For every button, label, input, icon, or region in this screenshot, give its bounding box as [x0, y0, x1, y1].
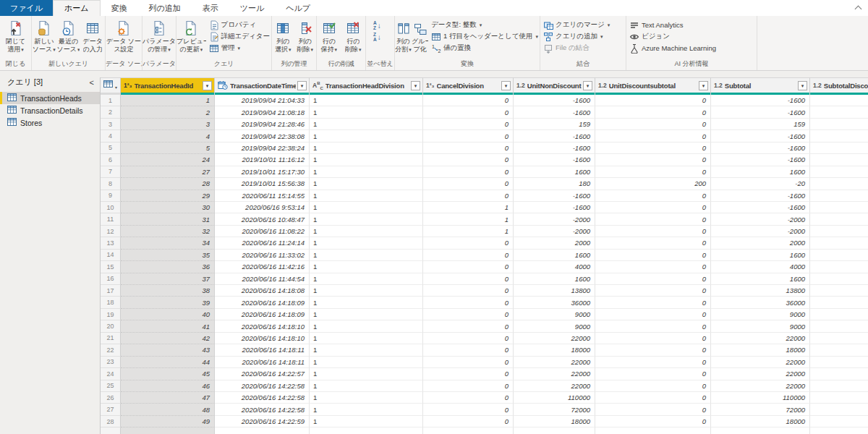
- cell-TransactionHeadId[interactable]: 37: [121, 273, 215, 285]
- cell-UnitNonDiscountsubtotal[interactable]: 22000: [514, 357, 595, 368]
- sidebar-item-TransactionHeads[interactable]: TransactionHeads: [0, 92, 100, 104]
- cell-TransactionDateTime[interactable]: 2020/06/16 14:18:11: [215, 357, 310, 368]
- cell-SubtotalDiscount[interactable]: [810, 237, 868, 249]
- cell-UnitDiscountsubtotal[interactable]: 0: [595, 237, 711, 249]
- cell-SubtotalDiscount[interactable]: [810, 427, 868, 434]
- cell-CancelDivision[interactable]: 0: [423, 320, 514, 332]
- cell-SubtotalDiscount[interactable]: [810, 95, 868, 106]
- ribbon-tab-t6[interactable]: ヘルプ: [275, 0, 321, 16]
- cell-Subtotal[interactable]: [711, 427, 810, 434]
- cell-SubtotalDiscount[interactable]: [810, 178, 868, 190]
- cell-UnitDiscountsubtotal[interactable]: 0: [595, 285, 711, 297]
- cell-Subtotal[interactable]: 1600: [711, 273, 810, 285]
- sidebar-item-TransactionDetails[interactable]: TransactionDetails: [0, 104, 100, 116]
- column-header-CancelDivision[interactable]: 1²₃CancelDivision▾: [423, 77, 514, 95]
- cell-TransactionDateTime[interactable]: 2020/06/16 11:24:14: [215, 237, 310, 249]
- row-number[interactable]: 8: [101, 178, 121, 190]
- filter-dropdown-button[interactable]: ▾: [798, 81, 807, 90]
- cell-CancelDivision[interactable]: [423, 427, 514, 434]
- cell-TransactionHeadId[interactable]: 47: [121, 392, 215, 404]
- cell-UnitDiscountsubtotal[interactable]: 0: [595, 166, 711, 178]
- cell-UnitNonDiscountsubtotal[interactable]: 1600: [514, 250, 595, 261]
- sidebar-item-Stores[interactable]: Stores: [0, 116, 100, 129]
- filter-dropdown-button[interactable]: ▾: [297, 81, 307, 90]
- cell-CancelDivision[interactable]: 0: [423, 416, 514, 427]
- ribbon-tab-file[interactable]: ファイル: [0, 0, 53, 16]
- filter-dropdown-button[interactable]: ▾: [501, 81, 511, 90]
- cell-CancelDivision[interactable]: 0: [423, 261, 514, 273]
- cell-TransactionHeadId[interactable]: 29: [121, 190, 215, 202]
- cell-TransactionDateTime[interactable]: 2019/10/01 15:56:38: [215, 178, 310, 190]
- ribbon-button-manage[interactable]: 管理▾: [209, 43, 270, 53]
- ribbon-button-append-queries[interactable]: クエリの追加▾: [543, 32, 610, 41]
- cell-TransactionHeadId[interactable]: 41: [121, 320, 215, 332]
- cell-Subtotal[interactable]: -1600: [711, 190, 810, 202]
- cell-Subtotal[interactable]: -20: [711, 178, 810, 190]
- row-number[interactable]: 9: [101, 190, 121, 202]
- cell-TransactionDateTime[interactable]: 2020/06/16 14:18:09: [215, 297, 310, 308]
- cell-UnitNonDiscountsubtotal[interactable]: 1600: [514, 166, 595, 178]
- cell-TransactionHeadDivision[interactable]: 1: [310, 344, 423, 356]
- cell-TransactionDateTime[interactable]: 2020/06/16 14:18:08: [215, 285, 310, 297]
- cell-Subtotal[interactable]: 9000: [711, 309, 810, 320]
- cell-SubtotalDiscount[interactable]: [810, 213, 868, 225]
- ribbon-button-choose-columns[interactable]: 列の選択▾: [272, 17, 294, 54]
- row-number[interactable]: 11: [101, 213, 121, 225]
- cell-UnitNonDiscountsubtotal[interactable]: -1600: [514, 202, 595, 213]
- row-number[interactable]: 15: [101, 261, 121, 273]
- ribbon-button-keep-rows[interactable]: 行の保持▾: [317, 17, 341, 54]
- cell-UnitNonDiscountsubtotal[interactable]: 22000: [514, 333, 595, 344]
- cell-CancelDivision[interactable]: 0: [423, 297, 514, 308]
- cell-SubtotalDiscount[interactable]: [810, 285, 868, 297]
- cell-UnitDiscountsubtotal[interactable]: 0: [595, 344, 711, 356]
- cell-UnitDiscountsubtotal[interactable]: 0: [595, 190, 711, 202]
- cell-SubtotalDiscount[interactable]: [810, 106, 868, 118]
- cell-TransactionDateTime[interactable]: 2020/06/16 11:42:16: [215, 261, 310, 273]
- cell-TransactionHeadDivision[interactable]: 1: [310, 202, 423, 213]
- cell-UnitNonDiscountsubtotal[interactable]: 9000: [514, 309, 595, 320]
- ribbon-tab-t4[interactable]: 表示: [192, 0, 229, 16]
- ribbon-button-remove-rows[interactable]: 行の削除▾: [341, 17, 366, 54]
- cell-TransactionHeadId[interactable]: 1: [121, 95, 215, 106]
- cell-TransactionHeadDivision[interactable]: 1: [310, 106, 423, 118]
- cell-UnitNonDiscountsubtotal[interactable]: -2000: [514, 226, 595, 237]
- cell-TransactionDateTime[interactable]: 2020/06/16 14:22:58: [215, 392, 310, 404]
- row-number[interactable]: 24: [101, 368, 121, 380]
- cell-UnitDiscountsubtotal[interactable]: 0: [595, 202, 711, 213]
- column-header-TransactionDateTime[interactable]: TransactionDateTime▾: [215, 77, 310, 95]
- cell-UnitDiscountsubtotal[interactable]: 0: [595, 380, 711, 392]
- row-number[interactable]: 26: [101, 392, 121, 404]
- cell-TransactionHeadId[interactable]: 4: [121, 130, 215, 142]
- ribbon-button-text-analytics[interactable]: Text Analytics: [629, 20, 716, 30]
- ribbon-button-azure-ml[interactable]: Azure Machine Learning: [629, 43, 716, 53]
- filter-dropdown-button[interactable]: ▾: [203, 81, 212, 90]
- cell-Subtotal[interactable]: -1600: [711, 130, 810, 142]
- cell-SubtotalDiscount[interactable]: [810, 250, 868, 261]
- collapse-queries-pane-icon[interactable]: <: [90, 78, 94, 87]
- row-number[interactable]: 13: [101, 237, 121, 249]
- cell-UnitDiscountsubtotal[interactable]: 0: [595, 261, 711, 273]
- cell-Subtotal[interactable]: 1600: [711, 166, 810, 178]
- cell-TransactionHeadDivision[interactable]: 1: [310, 154, 423, 166]
- cell-UnitDiscountsubtotal[interactable]: 0: [595, 154, 711, 166]
- cell-UnitNonDiscountsubtotal[interactable]: 110000: [514, 392, 595, 404]
- cell-SubtotalDiscount[interactable]: [810, 166, 868, 178]
- cell-TransactionHeadId[interactable]: 27: [121, 166, 215, 178]
- filter-dropdown-button[interactable]: ▾: [411, 81, 420, 90]
- sort-ascending-button[interactable]: AZ↓: [373, 21, 381, 30]
- cell-UnitDiscountsubtotal[interactable]: 0: [595, 213, 711, 225]
- cell-TransactionHeadId[interactable]: 31: [121, 213, 215, 225]
- cell-Subtotal[interactable]: 2000: [711, 237, 810, 249]
- cell-UnitNonDiscountsubtotal[interactable]: 159: [514, 119, 595, 130]
- cell-Subtotal[interactable]: 72000: [711, 404, 810, 415]
- cell-CancelDivision[interactable]: 0: [423, 357, 514, 368]
- cell-TransactionHeadDivision[interactable]: 1: [310, 416, 423, 427]
- ribbon-button-first-row-headers[interactable]: 1 行目をヘッダーとして使用▾: [431, 32, 538, 41]
- sort-descending-button[interactable]: ZA↓: [373, 33, 381, 42]
- cell-TransactionHeadId[interactable]: 30: [121, 202, 215, 213]
- cell-TransactionHeadDivision[interactable]: 1: [310, 380, 423, 392]
- cell-TransactionDateTime[interactable]: 2020/06/16 11:33:02: [215, 250, 310, 261]
- cell-UnitDiscountsubtotal[interactable]: 0: [595, 392, 711, 404]
- cell-TransactionHeadId[interactable]: 48: [121, 404, 215, 415]
- cell-TransactionHeadDivision[interactable]: 1: [310, 166, 423, 178]
